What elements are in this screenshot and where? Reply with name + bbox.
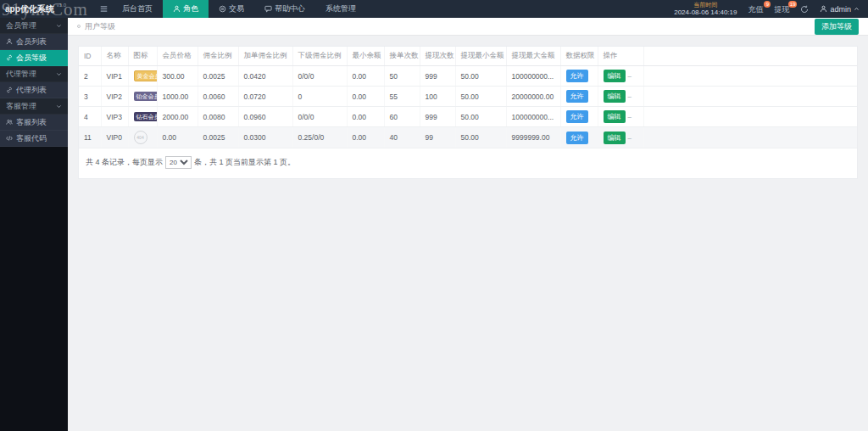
- top-menu-item-label: 交易: [229, 3, 244, 14]
- sidebar-item-agent-list[interactable]: 代理列表: [0, 82, 68, 98]
- recharge-count-badge: 9: [764, 1, 771, 8]
- permission-button[interactable]: 允许: [566, 110, 588, 123]
- withdraw-link[interactable]: 提现 19: [774, 3, 789, 15]
- topbar-right: 当前时间 2024-08-06 14:40:19 充值 9 提现 19 admi…: [674, 0, 868, 18]
- withdraw-count-badge: 19: [788, 1, 798, 8]
- cell-order-count: 40: [384, 127, 420, 148]
- sidebar-section-label: 会员管理: [6, 20, 36, 31]
- cell-withdraw-count: 999: [420, 66, 455, 87]
- col-header-data-permission: 数据权限: [560, 47, 598, 66]
- col-header-commission: 佣金比例: [198, 47, 238, 66]
- sidebar: 会员管理 会员列表 会员等级 代理管理 代理列表 客服管理 客服列表: [0, 18, 68, 431]
- cell-commission: 0.0060: [198, 87, 238, 107]
- cell-order-commission: 0.0300: [238, 127, 292, 148]
- cell-order-count: 50: [384, 66, 420, 87]
- chevron-down-icon: [56, 23, 62, 29]
- add-level-button[interactable]: 添加等级: [815, 19, 859, 35]
- top-menu-item-dashboard[interactable]: 后台首页: [112, 0, 163, 18]
- exchange-icon: [219, 5, 226, 13]
- chevron-down-icon: [56, 104, 62, 109]
- cell-sub-commission: 0.25/0/0: [292, 127, 347, 148]
- sidebar-section-label: 代理管理: [6, 69, 36, 80]
- chat-icon: [264, 5, 272, 13]
- col-header-order-commission: 加单佣金比例: [238, 47, 292, 66]
- permission-button[interactable]: 允许: [566, 70, 588, 82]
- cell-name: VIP2: [101, 87, 128, 107]
- cell-min-balance: 0.00: [347, 107, 384, 127]
- cell-withdraw-min: 50.00: [455, 107, 506, 127]
- edit-more-dash: –: [628, 134, 632, 142]
- edit-button[interactable]: 编辑: [604, 110, 626, 123]
- cell-actions: 编辑–: [598, 87, 643, 107]
- level-table: ID 名称 图标 会员价格 佣金比例 加单佣金比例 下级佣金比例 最小余额 接单…: [79, 47, 857, 148]
- col-header-filler: [643, 47, 857, 66]
- edit-more-dash: –: [628, 92, 632, 100]
- cell-withdraw-max: 20000000.00: [506, 87, 560, 107]
- current-time-label: 当前时间: [674, 2, 737, 8]
- recharge-link[interactable]: 充值 9: [748, 3, 763, 15]
- sidebar-collapse-button[interactable]: [95, 0, 112, 18]
- sidebar-section-member-management[interactable]: 会员管理: [0, 18, 68, 34]
- sidebar-item-member-level[interactable]: 会员等级: [0, 50, 68, 66]
- topbar: app优化系统 v1.0 后台首页 角色 交易 帮助中心 系统管理 当前时间 2…: [0, 0, 868, 18]
- cell-price: 1000.00: [157, 87, 198, 107]
- recharge-label: 充值: [748, 5, 763, 14]
- sidebar-item-label: 会员列表: [16, 36, 47, 48]
- top-menu-item-label: 系统管理: [326, 3, 356, 14]
- cell-withdraw-max: 9999999.00: [506, 127, 560, 148]
- top-menu-item-label: 后台首页: [122, 3, 153, 14]
- person-icon: [6, 38, 13, 45]
- sidebar-item-support-code[interactable]: 客服代码: [0, 131, 68, 147]
- pagination-summary-suffix: 条，共 1 页当前显示第 1 页。: [194, 157, 295, 168]
- table-row-vip3: 4 VIP3 钻石会员 2000.00 0.0080 0.0960 0/0/0 …: [79, 107, 857, 127]
- sidebar-section-label: 客服管理: [6, 101, 36, 112]
- cell-order-count: 55: [384, 87, 420, 107]
- cell-withdraw-max: 100000000...: [506, 107, 560, 127]
- current-time: 当前时间 2024-08-06 14:40:19: [674, 2, 737, 16]
- person-icon: [820, 5, 827, 13]
- cell-permission: 允许: [560, 127, 598, 148]
- cell-order-commission: 0.0720: [238, 87, 292, 107]
- user-menu[interactable]: admin: [820, 5, 860, 14]
- table-row-vip1: 2 VIP1 黄金会员 300.00 0.0025 0.0420 0/0/0 0…: [79, 66, 857, 87]
- cell-commission: 0.0025: [198, 66, 238, 87]
- sidebar-item-support-list[interactable]: 客服列表: [0, 115, 68, 131]
- sidebar-section-support-management[interactable]: 客服管理: [0, 98, 68, 115]
- sidebar-section-agent-management[interactable]: 代理管理: [0, 66, 68, 82]
- permission-button[interactable]: 允许: [566, 90, 588, 103]
- edit-button[interactable]: 编辑: [604, 90, 626, 103]
- top-menu: 后台首页 角色 交易 帮助中心 系统管理: [112, 0, 366, 18]
- col-header-icon: 图标: [128, 47, 157, 66]
- cell-min-balance: 0.00: [347, 127, 384, 148]
- cell-commission: 0.0080: [198, 107, 238, 127]
- cell-min-balance: 0.00: [347, 87, 384, 107]
- edit-button[interactable]: 编辑: [604, 70, 626, 82]
- table-row-vip2: 3 VIP2 铂金会员 1000.00 0.0060 0.0720 0 0.00…: [79, 87, 857, 107]
- cell-price: 300.00: [157, 66, 198, 87]
- chevron-up-icon: [854, 6, 860, 12]
- cell-sub-commission: 0/0/0: [292, 107, 347, 127]
- content-area: ID 名称 图标 会员价格 佣金比例 加单佣金比例 下级佣金比例 最小余额 接单…: [68, 36, 868, 179]
- top-menu-item-help-center[interactable]: 帮助中心: [254, 0, 315, 18]
- breadcrumb-label: 用户等级: [85, 21, 115, 32]
- top-menu-item-system[interactable]: 系统管理: [315, 0, 366, 18]
- app-logo: app优化系统 v1.0: [0, 0, 95, 18]
- col-header-name: 名称: [101, 47, 128, 66]
- broken-image-404-icon: 404: [134, 131, 147, 144]
- edit-button[interactable]: 编辑: [604, 132, 626, 144]
- col-header-id: ID: [79, 47, 101, 66]
- cell-commission: 0.0025: [198, 127, 238, 148]
- main-content: 用户等级 添加等级 ID 名称: [68, 18, 868, 431]
- sidebar-item-member-list[interactable]: 会员列表: [0, 34, 68, 50]
- cell-id: 4: [79, 107, 101, 127]
- cell-id: 11: [79, 127, 101, 148]
- cell-withdraw-min: 50.00: [455, 87, 506, 107]
- top-menu-item-roles[interactable]: 角色: [163, 0, 209, 18]
- breadcrumb-dot-icon: [77, 25, 81, 28]
- cell-withdraw-count: 99: [420, 127, 455, 148]
- refresh-button[interactable]: [800, 5, 809, 14]
- cell-id: 2: [79, 66, 101, 87]
- top-menu-item-transactions[interactable]: 交易: [209, 0, 254, 18]
- page-size-select[interactable]: 20: [165, 156, 192, 169]
- permission-button[interactable]: 允许: [566, 132, 588, 144]
